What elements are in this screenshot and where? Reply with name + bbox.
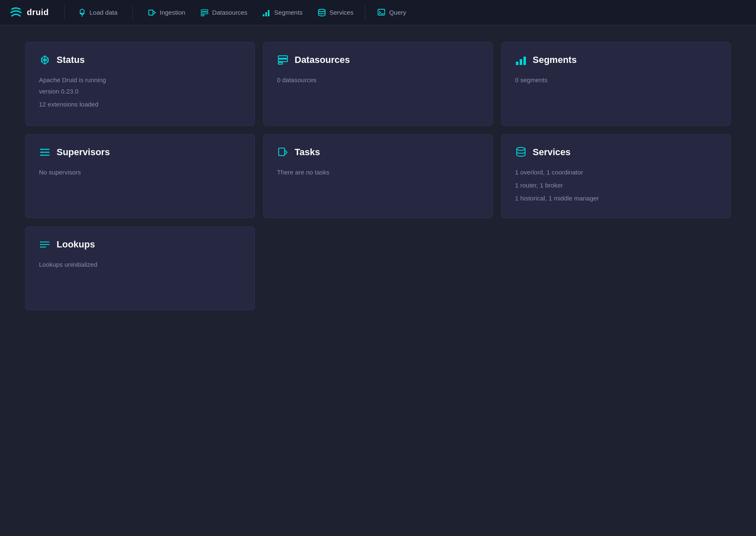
svg-rect-16: [520, 59, 522, 65]
nav-divider-2: [132, 5, 133, 20]
lookups-line1: Lookups uninitialized: [39, 259, 241, 270]
svg-rect-8: [265, 12, 267, 16]
svg-rect-2: [201, 10, 208, 11]
nav-services-label: Services: [329, 9, 354, 16]
datasources-card-header: Datasources: [277, 54, 479, 66]
svg-point-9: [318, 9, 325, 12]
nav-item-ingestion[interactable]: Ingestion: [141, 5, 192, 20]
tasks-title: Tasks: [295, 147, 320, 158]
svg-rect-13: [278, 59, 287, 62]
services-nav-icon: [318, 8, 326, 17]
svg-rect-5: [263, 14, 264, 16]
nav-item-query[interactable]: Query: [370, 5, 413, 20]
services-title: Services: [533, 147, 571, 158]
nav-item-services[interactable]: Services: [311, 5, 360, 20]
tasks-line1: There are no tasks: [277, 167, 479, 178]
nav-items: Load data Ingestion Datasources: [71, 5, 748, 20]
ingestion-icon: [148, 8, 156, 17]
datasources-line1: 0 datasources: [277, 74, 479, 86]
segments-nav-icon: [262, 8, 271, 17]
lookups-title: Lookups: [57, 239, 95, 250]
nav-item-segments[interactable]: Segments: [256, 5, 309, 20]
svg-rect-19: [279, 148, 285, 156]
svg-rect-1: [149, 10, 153, 15]
load-data-icon: [78, 8, 86, 17]
nav-segments-label: Segments: [274, 9, 303, 16]
supervisors-card[interactable]: Supervisors No supervisors: [25, 134, 255, 218]
supervisors-title: Supervisors: [57, 147, 110, 158]
datasources-title: Datasources: [295, 55, 350, 65]
tasks-card[interactable]: Tasks There are no tasks: [263, 134, 493, 218]
nav-item-datasources[interactable]: Datasources: [194, 5, 254, 20]
svg-point-22: [40, 244, 41, 245]
druid-logo-icon: [8, 5, 23, 20]
navbar: druid Load data Ingestion: [0, 0, 756, 25]
svg-point-20: [517, 148, 525, 151]
svg-rect-17: [523, 57, 526, 65]
supervisors-body: No supervisors: [39, 167, 241, 178]
status-icon: [39, 54, 51, 66]
tasks-card-header: Tasks: [277, 146, 479, 158]
datasources-nav-icon: [200, 8, 209, 17]
segments-card[interactable]: Segments 0 segments: [501, 42, 731, 126]
segments-title: Segments: [533, 55, 577, 65]
services-line3: 1 historical, 1 middle manager: [515, 193, 717, 204]
supervisors-icon: [39, 146, 51, 158]
services-line1: 1 overlord, 1 coordinator: [515, 167, 717, 178]
status-card-header: Status: [39, 54, 241, 66]
svg-rect-12: [278, 56, 287, 58]
svg-rect-7: [268, 10, 269, 16]
datasources-icon: [277, 54, 289, 66]
segments-line1: 0 segments: [515, 74, 717, 86]
services-card[interactable]: Services 1 overlord, 1 coordinator 1 rou…: [501, 134, 731, 218]
lookups-body: Lookups uninitialized: [39, 259, 241, 270]
nav-divider-1: [64, 5, 65, 20]
status-title: Status: [57, 55, 85, 65]
svg-point-21: [40, 242, 41, 243]
services-line2: 1 router, 1 broker: [515, 180, 717, 191]
services-body: 1 overlord, 1 coordinator 1 router, 1 br…: [515, 167, 717, 204]
supervisors-card-header: Supervisors: [39, 146, 241, 158]
segments-body: 0 segments: [515, 74, 717, 86]
datasources-body: 0 datasources: [277, 74, 479, 86]
status-line1: Apache Druid is running version 0.23.0: [39, 74, 241, 97]
nav-datasources-label: Datasources: [212, 9, 247, 16]
svg-point-23: [40, 247, 41, 248]
tasks-icon: [277, 146, 289, 158]
lookups-card[interactable]: Lookups Lookups uninitialized: [25, 226, 255, 310]
lookups-card-header: Lookups: [39, 239, 241, 250]
datasources-card[interactable]: Datasources 0 datasources: [263, 42, 493, 126]
nav-load-data-label: Load data: [90, 9, 118, 16]
logo-text: druid: [27, 8, 49, 17]
services-icon: [515, 146, 527, 158]
nav-query-label: Query: [389, 9, 406, 16]
svg-rect-14: [278, 62, 282, 64]
svg-rect-18: [516, 62, 518, 65]
segments-card-header: Segments: [515, 54, 717, 66]
status-line3: 12 extensions loaded: [39, 99, 241, 110]
services-card-header: Services: [515, 146, 717, 158]
nav-separator: [365, 5, 365, 20]
lookups-icon: [39, 239, 51, 250]
status-body: Apache Druid is running version 0.23.0 1…: [39, 74, 241, 110]
svg-point-11: [44, 59, 46, 61]
tasks-body: There are no tasks: [277, 167, 479, 178]
svg-rect-4: [201, 15, 204, 16]
main-content: Status Apache Druid is running version 0…: [0, 25, 756, 327]
status-card[interactable]: Status Apache Druid is running version 0…: [25, 42, 255, 126]
supervisors-line1: No supervisors: [39, 167, 241, 178]
query-icon: [377, 8, 386, 17]
nav-ingestion-label: Ingestion: [160, 9, 185, 16]
svg-rect-3: [201, 12, 208, 14]
segments-icon: [515, 54, 527, 66]
logo[interactable]: druid: [8, 5, 49, 20]
dashboard-grid: Status Apache Druid is running version 0…: [25, 42, 731, 310]
svg-point-0: [80, 9, 84, 13]
nav-item-load-data[interactable]: Load data: [71, 5, 124, 20]
svg-rect-10: [378, 9, 385, 15]
